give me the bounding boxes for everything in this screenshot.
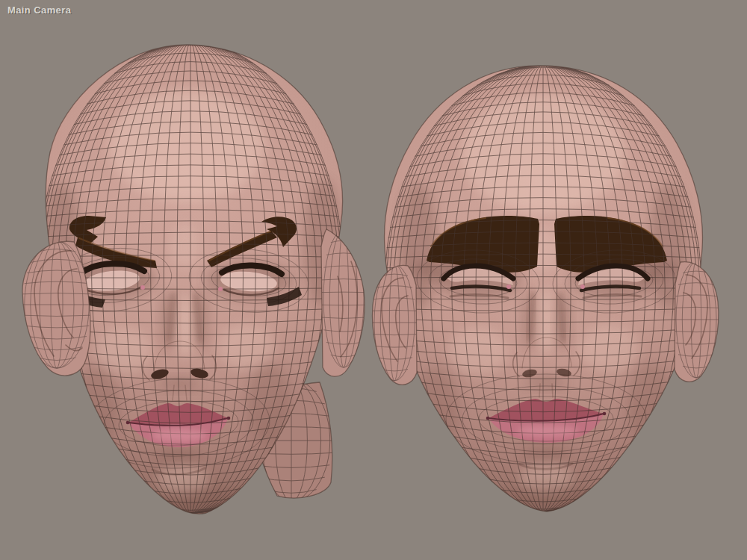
right-head-right-mouth-corner xyxy=(603,412,607,416)
highlight-blob xyxy=(448,327,508,375)
highlight-blob xyxy=(536,287,556,355)
right-head-right-tear-duct xyxy=(580,284,585,289)
scene-canvas[interactable] xyxy=(0,0,747,560)
highlight-blob xyxy=(170,224,200,269)
viewport-3d[interactable]: Main Camera xyxy=(0,0,747,560)
right-head-lip-shine xyxy=(516,425,579,437)
left-head-right-tear-duct xyxy=(218,287,223,291)
left-head-left-mouth-corner xyxy=(126,421,130,425)
right-head-left-mouth-corner xyxy=(486,417,490,420)
highlight-blob xyxy=(176,296,195,358)
left-head-left-tear-duct xyxy=(140,285,145,290)
shadow-blob xyxy=(158,379,200,389)
left-head-lip-shine xyxy=(151,429,208,442)
viewport-camera-label: Main Camera xyxy=(7,4,71,16)
right-head-left-tear-duct xyxy=(506,284,511,289)
left-head-right-mouth-corner xyxy=(227,417,231,420)
